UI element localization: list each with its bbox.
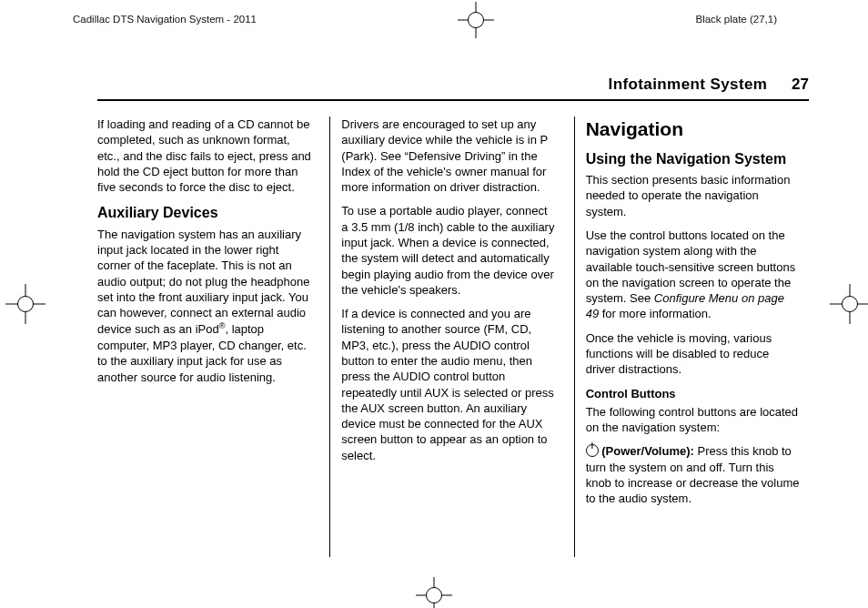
body-text: Once the vehicle is moving, various func… <box>586 330 800 378</box>
column-1: If loading and reading of a CD cannot be… <box>97 117 320 557</box>
crop-mark-top <box>458 2 494 38</box>
body-text: To use a portable audio player, connect … <box>341 203 555 298</box>
body-text: The navigation system has an auxiliary i… <box>97 227 311 385</box>
body-text: This section presents basic information … <box>586 172 800 219</box>
page-number: 27 <box>792 76 809 93</box>
body-text: Use the control buttons located on the n… <box>586 228 800 322</box>
crop-mark-left <box>7 286 44 322</box>
heading-control-buttons: Control Buttons <box>586 386 800 401</box>
heading-using-navigation-system: Using the Navigation System <box>586 149 800 168</box>
crop-doc-title-right: Black plate (27,1) <box>696 13 778 27</box>
body-columns: If loading and reading of a CD cannot be… <box>97 117 809 557</box>
heading-navigation: Navigation <box>586 117 800 142</box>
crop-mark-bottom <box>416 577 452 608</box>
column-3: Navigation Using the Navigation System T… <box>574 117 809 557</box>
body-text: If loading and reading of a CD cannot be… <box>97 117 311 195</box>
body-text: The following control buttons are locate… <box>586 404 800 436</box>
body-text: Drivers are encouraged to set up any aux… <box>341 117 555 195</box>
body-text: (Power/Volume): Press this knob to turn … <box>586 443 800 506</box>
power-icon <box>586 444 599 457</box>
heading-auxiliary-devices: Auxiliary Devices <box>97 203 311 222</box>
header-rule <box>97 99 809 101</box>
chapter-title: Infotainment System <box>609 76 768 93</box>
column-2: Drivers are encouraged to set up any aux… <box>329 117 564 557</box>
crop-mark-right <box>832 286 868 322</box>
running-head: Infotainment System 27 <box>97 75 809 99</box>
body-text: If a device is connected and you are lis… <box>341 306 555 463</box>
crop-doc-title-left: Cadillac DTS Navigation System - 2011 <box>73 13 257 27</box>
